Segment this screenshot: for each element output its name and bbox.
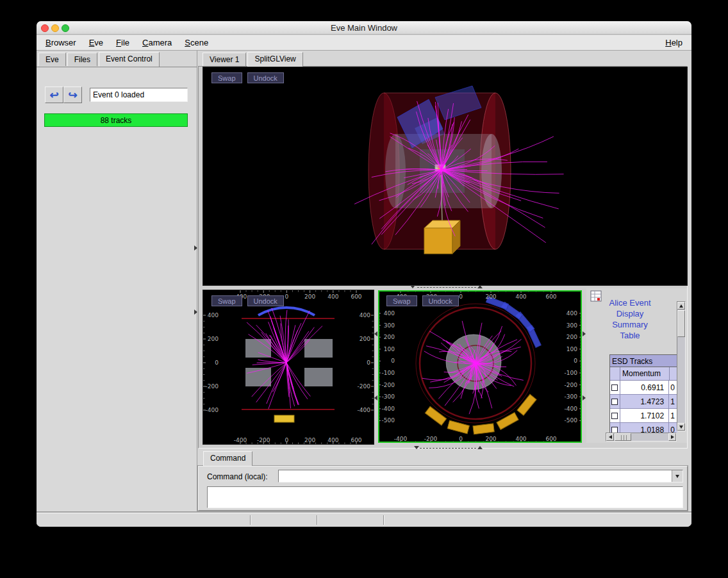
splitter-handle-icon[interactable] xyxy=(477,285,483,288)
splitter-handle-icon[interactable] xyxy=(414,446,419,449)
column-header-momentum[interactable]: Momentum xyxy=(620,367,670,380)
forward-arrow-icon xyxy=(68,88,77,102)
axis-tick-label: 400 xyxy=(360,312,370,318)
table-row[interactable]: 1.71021 xyxy=(610,409,677,423)
event-status-field[interactable] xyxy=(90,88,188,102)
tab-splitglview[interactable]: SplitGLView xyxy=(247,52,302,67)
axis-tick-label: 0 xyxy=(285,293,289,300)
splitter-bar[interactable] xyxy=(420,448,476,449)
left-arrow-icon xyxy=(609,435,612,439)
summary-title: Alice Event Display Summary Table xyxy=(594,297,666,341)
menu-help[interactable]: Help xyxy=(659,36,689,49)
statusbar-separator xyxy=(250,515,251,525)
table-row[interactable]: 1.47231 xyxy=(610,395,677,409)
gl-viewer-rz-projection[interactable]: -400-400-200-200002002004004006006004004… xyxy=(203,290,374,444)
titlebar[interactable]: Eve Main Window xyxy=(37,21,691,35)
gl-viewer-3d[interactable]: Swap Undock xyxy=(203,67,687,285)
row-checkbox[interactable] xyxy=(610,423,620,433)
right-arrow-icon xyxy=(671,435,674,439)
splitter-handle-icon[interactable] xyxy=(410,285,415,288)
undock-button[interactable]: Undock xyxy=(422,295,459,306)
splitter-bar[interactable] xyxy=(417,287,476,288)
command-label: Command (local): xyxy=(207,472,268,481)
esd-tracks-table: ESD Tracks Momentum 0.691101.472311.7102… xyxy=(609,354,677,433)
viewer-area: Swap Undock -400-400-200-200002002004004… xyxy=(198,66,688,449)
axis-tick-label: 200 xyxy=(567,334,577,340)
swap-button[interactable]: Swap xyxy=(386,295,417,306)
splitter-handle-icon[interactable] xyxy=(194,310,197,315)
scroll-down-button[interactable] xyxy=(677,423,685,431)
command-combobox[interactable] xyxy=(278,470,683,483)
back-arrow-icon xyxy=(49,88,58,102)
tab-files[interactable]: Files xyxy=(67,53,97,66)
axis-tick-label: -400 xyxy=(206,407,219,413)
statusbar-separator xyxy=(383,515,385,525)
vertical-scrollbar[interactable] xyxy=(677,301,686,431)
axis-tick-label: 400 xyxy=(515,293,526,300)
horizontal-scrollbar[interactable] xyxy=(606,433,677,442)
tab-eve[interactable]: Eve xyxy=(38,53,66,66)
tab-event-control[interactable]: Event Control xyxy=(99,52,160,67)
swap-button[interactable]: Swap xyxy=(211,295,242,306)
summary-title-line: Display xyxy=(594,308,666,319)
table-row[interactable]: 1.01880 xyxy=(610,423,677,433)
gl-overlay-buttons: Swap Undock xyxy=(211,72,284,83)
menu-scene[interactable]: Scene xyxy=(178,36,215,49)
summary-title-line: Table xyxy=(594,330,666,341)
splitter-handle-icon[interactable] xyxy=(194,245,197,251)
command-text-input[interactable] xyxy=(279,470,671,482)
scrollbar-thumb[interactable] xyxy=(615,433,631,441)
splitter-handle-icon[interactable] xyxy=(583,331,586,336)
axis-tick-label: 0 xyxy=(459,293,463,300)
swap-button[interactable]: Swap xyxy=(211,72,242,83)
axis-tick-label: 0 xyxy=(391,358,395,364)
scroll-left-button[interactable] xyxy=(606,433,614,441)
menu-eve[interactable]: Eve xyxy=(83,36,110,49)
row-checkbox[interactable] xyxy=(610,381,620,394)
checkbox-icon xyxy=(611,413,618,419)
next-event-button[interactable] xyxy=(63,87,82,103)
table-rows: 0.691101.472311.710211.01880 xyxy=(610,381,677,433)
dropdown-button[interactable] xyxy=(672,470,682,482)
row-checkbox[interactable] xyxy=(610,409,620,422)
axis-tick-label: -500 xyxy=(382,417,395,424)
table-row[interactable]: 0.69110 xyxy=(610,381,677,395)
checkbox-icon xyxy=(611,427,618,433)
command-panel: Command (local): xyxy=(198,466,688,511)
menu-browser[interactable]: Browser xyxy=(39,36,83,49)
scroll-up-button[interactable] xyxy=(677,302,685,310)
axis-tick-label: -100 xyxy=(565,370,578,376)
status-bar xyxy=(37,513,691,527)
checkbox-column-header xyxy=(610,367,620,380)
axis-tick-label: 200 xyxy=(360,336,370,342)
axis-tick-label: 300 xyxy=(567,322,577,329)
axis-tick-label: 100 xyxy=(567,346,577,352)
splitter-handle-icon[interactable] xyxy=(477,446,483,449)
command-output-box[interactable] xyxy=(207,486,683,508)
gl-viewer-xy-projection[interactable]: -400-400-200-200002002004004006006004004… xyxy=(378,290,582,443)
axis-tick-label: 100 xyxy=(384,346,395,352)
menu-file[interactable]: File xyxy=(110,36,136,49)
splitter-handle-icon[interactable] xyxy=(374,331,377,336)
menubar: BrowserEveFileCameraScene Help xyxy=(37,35,691,51)
row-checkbox[interactable] xyxy=(610,395,620,408)
axis-tick-label: 200 xyxy=(208,336,219,342)
tab-viewer-1[interactable]: Viewer 1 xyxy=(203,53,246,66)
undock-button[interactable]: Undock xyxy=(247,72,284,83)
menu-camera[interactable]: Camera xyxy=(136,36,178,49)
menu-right: Help xyxy=(659,36,689,49)
undock-button[interactable]: Undock xyxy=(247,295,284,306)
previous-event-button[interactable] xyxy=(45,87,63,103)
momentum-value: 1.4723 xyxy=(620,395,669,408)
particle-track xyxy=(269,363,286,409)
scrollbar-thumb[interactable] xyxy=(677,310,685,337)
splitter-handle-icon[interactable] xyxy=(583,395,586,400)
axis-tick-label: -100 xyxy=(382,370,395,376)
table-column-headers: Momentum xyxy=(610,367,677,381)
scroll-right-button[interactable] xyxy=(668,433,676,441)
tab-command[interactable]: Command xyxy=(203,451,252,466)
axis-tick-label: -400 xyxy=(565,406,578,412)
axis-tick-label: -500 xyxy=(565,417,578,424)
splitter-handle-icon[interactable] xyxy=(374,395,377,400)
menu-left: BrowserEveFileCameraScene xyxy=(39,36,215,49)
